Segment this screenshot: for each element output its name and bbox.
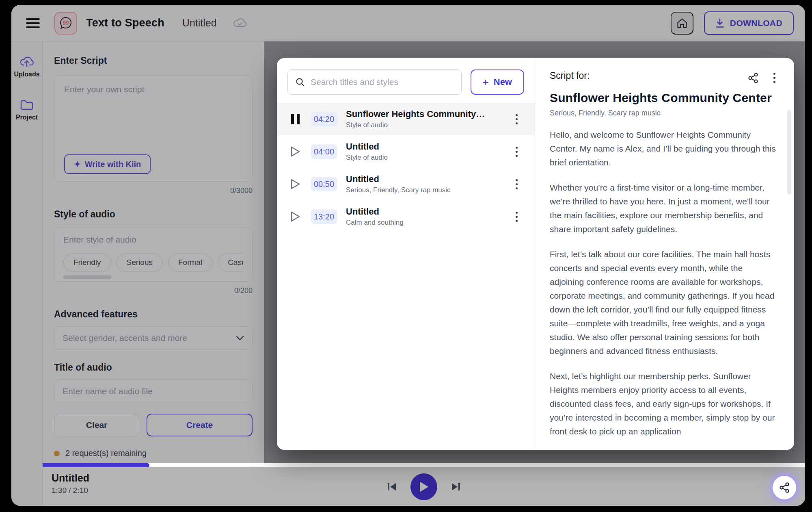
script-scrollbar[interactable] — [787, 110, 791, 195]
track-title: Untitled — [346, 206, 513, 217]
track-list-panel: + New 04:20 Sunflower Heights Community…… — [277, 58, 535, 450]
track-row[interactable]: 04:00 Untitled Style of audio — [277, 135, 535, 168]
track-list: 04:20 Sunflower Heights Community… Style… — [277, 103, 535, 233]
script-paragraph: Hello, and welcome to Sunflower Heights … — [550, 128, 778, 169]
script-paragraph: Whether you’re a first-time visitor or a… — [550, 181, 778, 236]
script-title: Sunflower Heights Community Center — [550, 91, 778, 105]
app-window: 99 Text to Speech Untitled DOWNLOAD — [11, 5, 805, 506]
track-subtitle: Calm and southing — [346, 219, 513, 227]
search-icon — [295, 77, 305, 87]
script-styles: Serious, Friendly, Scary rap music — [550, 109, 778, 117]
track-menu-icon[interactable] — [513, 177, 520, 192]
script-menu-icon[interactable] — [771, 70, 778, 85]
search-field — [287, 69, 462, 95]
share-icon[interactable] — [747, 72, 759, 84]
search-input[interactable] — [311, 77, 454, 87]
script-for-label: Script for: — [550, 70, 590, 81]
track-subtitle: Serious, Friendly, Scary rap music — [346, 186, 513, 194]
share-icon — [779, 482, 790, 493]
script-paragraph: First, let’s talk about our core facilit… — [550, 247, 778, 358]
play-icon[interactable] — [289, 178, 301, 190]
play-icon[interactable] — [289, 211, 301, 222]
new-button-label: New — [494, 77, 512, 87]
track-title: Untitled — [346, 141, 513, 152]
duration-badge: 04:20 — [311, 112, 337, 126]
track-menu-icon[interactable] — [513, 209, 520, 224]
playback-progress-track[interactable] — [43, 463, 805, 467]
script-body: Hello, and welcome to Sunflower Heights … — [550, 128, 778, 438]
track-title: Sunflower Heights Community… — [346, 109, 513, 119]
share-audio-button[interactable] — [773, 476, 796, 499]
track-row[interactable]: 13:20 Untitled Calm and southing — [277, 200, 535, 233]
progress-fill — [43, 463, 149, 467]
new-audio-button[interactable]: + New — [471, 69, 524, 95]
duration-badge: 00:50 — [311, 177, 337, 191]
track-menu-icon[interactable] — [513, 112, 520, 127]
plus-icon: + — [483, 76, 489, 89]
script-paragraph: Next, let’s highlight our membership per… — [550, 369, 778, 438]
play-icon[interactable] — [289, 146, 301, 157]
pause-icon[interactable] — [289, 114, 301, 124]
library-modal: + New 04:20 Sunflower Heights Community…… — [277, 58, 794, 450]
track-row[interactable]: 00:50 Untitled Serious, Friendly, Scary … — [277, 168, 535, 200]
script-panel: Script for: Sunflower Heights Community … — [535, 58, 794, 450]
track-menu-icon[interactable] — [513, 144, 520, 159]
track-subtitle: Style of audio — [346, 121, 513, 129]
track-row-active[interactable]: 04:20 Sunflower Heights Community… Style… — [277, 103, 535, 135]
track-subtitle: Style of audio — [346, 154, 513, 162]
track-title: Untitled — [346, 174, 513, 184]
duration-badge: 13:20 — [311, 209, 337, 224]
duration-badge: 04:00 — [311, 144, 337, 159]
